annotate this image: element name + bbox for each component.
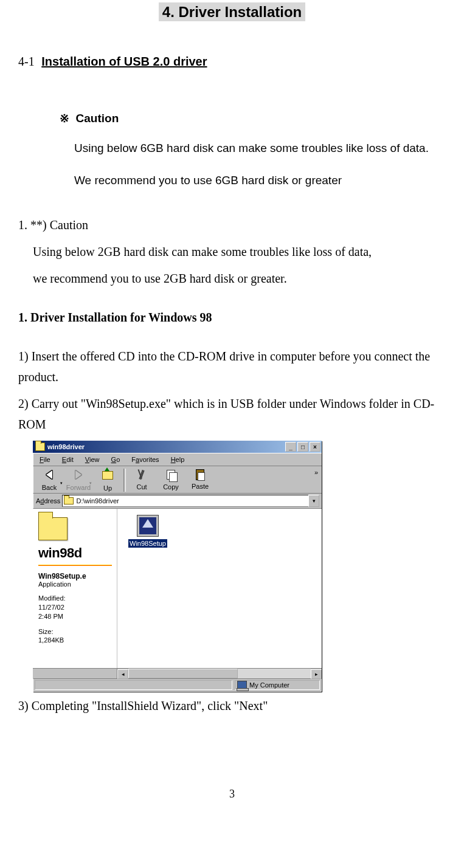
chapter-title: 4. Driver Installation <box>18 4 446 21</box>
up-button[interactable]: Up <box>93 467 122 493</box>
left-pane-divider <box>38 565 112 566</box>
menu-edit[interactable]: Edit <box>57 455 78 464</box>
scroll-track[interactable] <box>128 669 311 678</box>
close-button[interactable]: × <box>310 442 320 452</box>
caution-line-1: Using below 6GB hard disk can make some … <box>74 140 446 157</box>
explorer-body: win98d Win98Setup.e Application Modified… <box>33 508 322 668</box>
left-modified-label: Modified: <box>38 594 66 602</box>
chapter-title-text: 4. Driver Installation <box>159 2 305 21</box>
step-1: 1) Insert the offered CD into the CD-ROM… <box>18 346 446 387</box>
sub-heading: 1. Driver Installation for Windows 98 <box>18 307 446 328</box>
left-size: Size: 1,284KB <box>38 627 112 646</box>
scroll-thumb[interactable] <box>128 669 238 678</box>
forward-button: Forward ▾ <box>64 467 93 492</box>
forward-label: Forward <box>64 484 93 491</box>
back-dropdown-icon[interactable]: ▾ <box>60 481 63 486</box>
page-number: 3 <box>18 788 446 801</box>
file-label: Win98Setup <box>128 539 167 548</box>
left-pane-title: win98d <box>38 545 112 561</box>
file-item[interactable]: Win98Setup <box>123 515 172 548</box>
section-heading: 4-1 Installation of USB 2.0 driver <box>18 55 446 69</box>
menu-help[interactable]: Help <box>166 455 190 464</box>
address-bar: Address D:\win98driver ▾ <box>33 493 322 508</box>
status-location: My Computer <box>249 681 289 689</box>
scroll-left-button[interactable]: ◂ <box>117 669 128 679</box>
section-number: 4-1 <box>18 55 35 68</box>
address-folder-icon <box>64 497 74 505</box>
scrollbar-spacer <box>33 669 117 678</box>
status-bar: My Computer <box>33 678 322 692</box>
explorer-window: win98driver _ □ × File Edit View Go Favo… <box>33 441 322 692</box>
menu-bar: File Edit View Go Favorites Help <box>33 453 322 466</box>
caution-line-2: We recommend you to use 6GB hard disk or… <box>74 172 446 190</box>
left-pane: win98d Win98Setup.e Application Modified… <box>33 509 117 668</box>
menu-view[interactable]: View <box>80 455 105 464</box>
left-modified-date: 11/27/02 <box>38 604 64 611</box>
horizontal-scrollbar: ◂ ▸ <box>33 668 322 678</box>
caution-head: ※ Caution <box>60 112 119 125</box>
back-arrow-icon <box>43 470 55 483</box>
left-file-name: Win98Setup.e <box>38 572 112 580</box>
numbered-caution-line-1: Using below 2GB hard disk can make some … <box>18 241 446 262</box>
computer-icon <box>237 681 247 689</box>
application-icon <box>137 515 159 537</box>
toolbar: Back ▾ Forward ▾ Up Cut Copy <box>33 466 322 493</box>
cut-icon <box>136 470 148 482</box>
forward-dropdown-icon: ▾ <box>89 481 92 486</box>
forward-arrow-icon <box>72 470 85 483</box>
caution-block: ※ Caution Using below 6GB hard disk can … <box>60 111 446 189</box>
address-label: Address <box>36 497 60 505</box>
toolbar-separator <box>123 469 126 492</box>
address-input[interactable]: D:\win98driver <box>62 495 309 507</box>
back-button[interactable]: Back ▾ <box>35 467 64 492</box>
maximize-button[interactable]: □ <box>297 442 308 452</box>
file-list-pane[interactable]: Win98Setup <box>117 509 322 668</box>
left-size-label: Size: <box>38 628 53 635</box>
address-dropdown-button[interactable]: ▾ <box>308 495 319 507</box>
section-title: Installation of USB 2.0 driver <box>41 55 207 68</box>
toolbar-overflow-button[interactable]: » <box>312 467 320 477</box>
left-modified: Modified: 11/27/02 2:48 PM <box>38 594 112 621</box>
left-modified-time: 2:48 PM <box>38 613 63 620</box>
paste-label: Paste <box>185 483 215 490</box>
left-pane-folder-icon <box>38 517 68 540</box>
caution-title: Caution <box>76 112 119 125</box>
copy-icon <box>165 470 177 482</box>
folder-icon <box>35 443 45 451</box>
numbered-caution-head: 1. **) Caution <box>18 215 446 235</box>
cut-button[interactable]: Cut <box>127 467 156 492</box>
numbered-caution-line-2: we recommend you to use 2GB hard disk or… <box>18 268 446 289</box>
step-2: 2) Carry out "Win98Setup.exe" which is i… <box>18 393 446 435</box>
copy-label: Copy <box>156 483 185 491</box>
menu-file[interactable]: File <box>35 455 55 464</box>
left-file-type: Application <box>38 580 112 588</box>
left-size-value: 1,284KB <box>38 636 64 644</box>
cut-label: Cut <box>127 483 156 491</box>
window-title: win98driver <box>47 443 284 450</box>
status-cell-right: My Computer <box>235 680 320 690</box>
caution-symbol: ※ <box>60 112 69 125</box>
address-value: D:\win98driver <box>76 497 119 505</box>
back-label: Back <box>35 484 64 491</box>
up-label: Up <box>93 484 122 492</box>
menu-favorites[interactable]: Favorites <box>126 455 164 464</box>
copy-button[interactable]: Copy <box>156 467 185 492</box>
titlebar[interactable]: win98driver _ □ × <box>33 441 322 453</box>
scroll-right-button[interactable]: ▸ <box>311 669 322 679</box>
minimize-button[interactable]: _ <box>285 442 296 452</box>
up-icon <box>102 471 114 483</box>
paste-button[interactable]: Paste <box>185 467 215 491</box>
step-3: 3) Completing "InstallShield Wizard", cl… <box>18 695 446 716</box>
menu-go[interactable]: Go <box>106 455 125 464</box>
status-cell-left <box>35 680 232 690</box>
paste-icon <box>194 469 206 481</box>
